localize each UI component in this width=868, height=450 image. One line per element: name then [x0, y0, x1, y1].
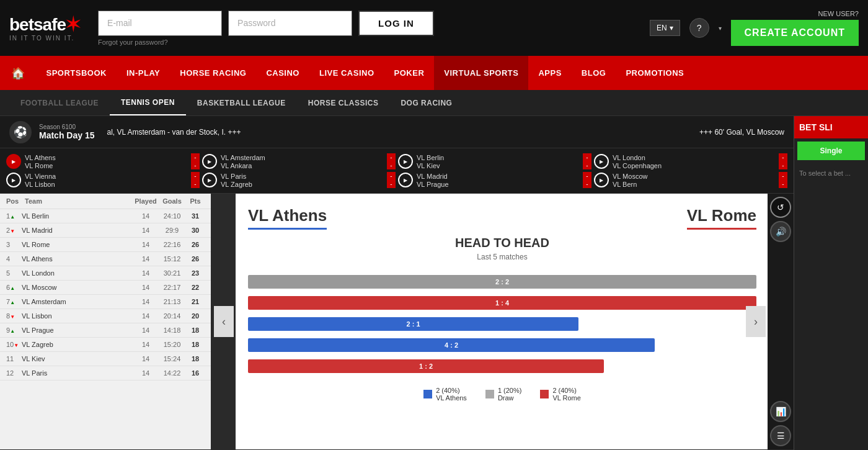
score-paris: - — [387, 172, 396, 180]
next-arrow-button[interactable]: › — [746, 306, 766, 337]
nav-item-casino[interactable]: CASINO — [256, 56, 309, 90]
goals-madrid: 29:9 — [158, 227, 186, 234]
language-selector[interactable]: EN ▾ — [650, 20, 680, 36]
lower-section: Pos Team Played Goals Pts 1▲VL Berlin142… — [0, 194, 794, 449]
team-ankara: VL Ankara — [221, 162, 252, 169]
sub-nav-football[interactable]: FOOTBALL LEAGUE — [9, 90, 110, 115]
table-row: 5 VL London1430:2123 — [0, 266, 211, 281]
refresh-button[interactable]: ↺ — [770, 197, 791, 218]
match-teams-1: VL Athens - VL Rome - — [25, 153, 200, 169]
table-row: 12 VL Paris1414:2216 — [0, 366, 211, 380]
main-nav: 🏠 SPORTSBOOK IN-PLAY HORSE RACING CASINO… — [0, 56, 868, 90]
goals-kiev: 15:24 — [158, 355, 186, 362]
h2h-subtitle: Last 5 matches — [477, 253, 527, 261]
legend-box-blue — [423, 390, 432, 398]
legend-item-rome: 2 (40%) VL Rome — [540, 387, 580, 402]
email-field[interactable] — [98, 11, 222, 36]
nav-item-blog[interactable]: BLOG — [572, 56, 616, 90]
goals-zagreb: 15:20 — [158, 341, 186, 348]
sub-nav-horseclassics[interactable]: HORSE CLASSICS — [297, 90, 390, 115]
played-madrid: 14 — [133, 227, 158, 234]
goals-amsterdam: 21:13 — [158, 298, 186, 305]
list-icon: ☰ — [777, 431, 785, 441]
match-cell-8: ▶ VL Moscow- VL Bern- — [594, 172, 787, 188]
nav-item-livecasino[interactable]: LIVE CASINO — [309, 56, 384, 90]
help-button[interactable]: ? — [689, 18, 709, 38]
nav-item-inplay[interactable]: IN-PLAY — [117, 56, 170, 90]
sub-nav-dogracing[interactable]: DOG RACING — [389, 90, 463, 115]
play-button-8[interactable]: ▶ — [594, 173, 609, 187]
nav-item-poker[interactable]: POKER — [384, 56, 435, 90]
arrow-up-1: ▲ — [10, 214, 15, 220]
rank-1: 1▲ — [6, 212, 22, 220]
rank-3: 3 — [6, 241, 22, 248]
table-row: 8▼VL Lisbon1420:1420 — [0, 309, 211, 323]
legend-draw-name: Draw — [498, 394, 522, 402]
play-button-3[interactable]: ▶ — [398, 154, 413, 169]
score-amsterdam: - — [387, 153, 396, 161]
sub-nav-tennis[interactable]: TENNIS OPEN — [110, 90, 186, 115]
legend-draw-pct: 1 (20%) — [498, 387, 522, 394]
bar-row-1: 2 : 2 — [248, 274, 756, 290]
played-zagreb: 14 — [133, 341, 158, 348]
match-teams-3: VL Berlin- VL Kiev- — [417, 153, 591, 169]
col-pts: Pts — [186, 197, 205, 205]
stats-button[interactable]: 📊 — [770, 401, 791, 422]
legend-rome-name: VL Rome — [552, 394, 580, 402]
volume-button[interactable]: 🔊 — [770, 221, 791, 242]
bar-row-3: 2 : 1 — [248, 316, 756, 332]
play-button-4[interactable]: ▶ — [594, 154, 609, 169]
nav-item-home[interactable]: 🏠 — [0, 56, 37, 90]
table-row: 2▼VL Madrid1429:930 — [0, 223, 211, 238]
create-account-button[interactable]: CREATE ACCOUNT — [731, 20, 859, 46]
forgot-password-link[interactable]: Forgot your password? — [98, 38, 637, 46]
score-berlin: - — [583, 153, 591, 161]
match-cell-4: ▶ VL London- VL Copenhagen- — [594, 153, 787, 169]
legend-box-red — [540, 390, 549, 398]
pts-kiev: 18 — [186, 355, 205, 362]
team-row-lisbon: VL Lisbon — [22, 312, 133, 320]
play-button-2[interactable]: ▶ — [202, 154, 217, 169]
header-right: EN ▾ ? ▾ NEW USER? CREATE ACCOUNT — [650, 10, 859, 46]
pts-paris: 16 — [186, 369, 205, 377]
nav-item-sportsbook[interactable]: SPORTSBOOK — [37, 56, 117, 90]
nav-item-apps[interactable]: APPS — [528, 56, 571, 90]
bet-select-text: To select a bet ... — [794, 163, 868, 183]
col-team: Team — [25, 197, 133, 205]
play-button-6[interactable]: ▶ — [202, 173, 217, 187]
score-moscow: - — [779, 172, 787, 180]
logo-tagline: IN IT TO WIN IT. — [9, 35, 79, 42]
rank-7: 7▲ — [6, 298, 22, 305]
match-cell-7: ▶ VL Madrid- VL Prague- — [398, 172, 591, 188]
table-row: 11 VL Kiev1415:2418 — [0, 352, 211, 366]
play-button-7[interactable]: ▶ — [398, 173, 413, 187]
volume-icon: 🔊 — [776, 227, 786, 236]
goals-prague: 14:18 — [158, 326, 186, 334]
nav-item-horseracing[interactable]: HORSE RACING — [170, 56, 256, 90]
table-row: 10▼VL Zagreb1415:2018 — [0, 338, 211, 352]
bet-single-tab[interactable]: Single — [797, 142, 865, 160]
match-teams-8: VL Moscow- VL Bern- — [613, 172, 787, 188]
sub-nav-basketball[interactable]: BASKETBALL LEAGUE — [186, 90, 297, 115]
question-icon: ? — [697, 23, 702, 33]
arrow-up-7: ▲ — [10, 300, 15, 305]
play-button-1[interactable]: ▶ — [6, 154, 21, 169]
team-row-1a: VL Athens - — [25, 153, 200, 161]
arrow-down-8: ▼ — [10, 314, 15, 320]
table-row: 1▲VL Berlin1424:1031 — [0, 209, 211, 223]
league-table: Pos Team Played Goals Pts 1▲VL Berlin142… — [0, 194, 211, 449]
table-row: 7▲VL Amsterdam1421:1321 — [0, 295, 211, 309]
played-paris: 14 — [133, 369, 158, 377]
team-name-rome: VL Rome — [25, 162, 53, 169]
nav-item-promotions[interactable]: PROMOTIONS — [616, 56, 694, 90]
score-bern: - — [779, 180, 787, 188]
bet-slip-header: BET SLI — [794, 116, 868, 138]
list-button[interactable]: ☰ — [770, 425, 791, 446]
stats-icon: 📊 — [776, 407, 786, 416]
login-button[interactable]: LOG IN — [358, 11, 434, 36]
password-field[interactable] — [228, 11, 352, 36]
prev-arrow-button[interactable]: ‹ — [214, 306, 234, 337]
nav-item-virtualsports[interactable]: VIRTUAL SPORTS — [434, 56, 528, 90]
play-button-5[interactable]: ▶ — [6, 173, 21, 187]
pts-athens: 26 — [186, 255, 205, 263]
